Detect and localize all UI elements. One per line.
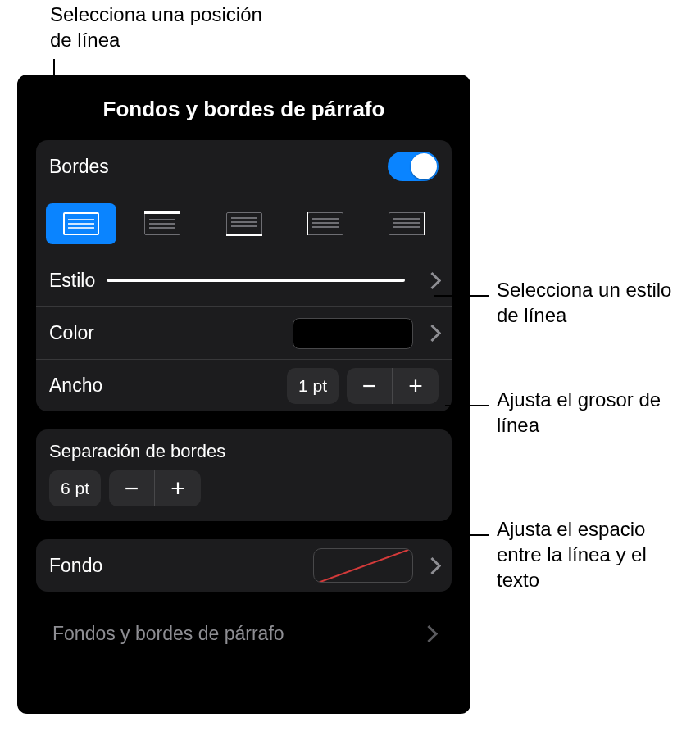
width-increment-button[interactable]: + (393, 368, 439, 404)
leader-width (445, 405, 489, 406)
toggle-knob (411, 153, 437, 179)
border-offset-row: 6 pt − + (36, 462, 452, 521)
borders-section: Bordes (36, 140, 452, 411)
nav-back-label: Fondos y bordes de párrafo (52, 623, 284, 645)
panel-title: Fondos y bordes de párrafo (36, 97, 452, 122)
border-pos-all[interactable] (46, 203, 116, 244)
border-offset-stepper: − + (109, 470, 201, 506)
chevron-right-icon (420, 624, 438, 642)
callout-border-offset: Ajusta el espacio entre la línea y el te… (497, 516, 693, 593)
border-pos-right[interactable] (371, 203, 442, 244)
chevron-right-icon (424, 556, 441, 574)
line-color-row[interactable]: Color (36, 306, 452, 359)
callout-line-position: Selecciona una posición de línea (50, 2, 280, 52)
line-width-value[interactable]: 1 pt (287, 368, 339, 404)
line-style-row[interactable]: Estilo (36, 254, 452, 306)
border-offset-section: Separación de bordes 6 pt − + (36, 429, 452, 521)
fill-none-swatch (313, 548, 413, 583)
border-position-picker (36, 193, 452, 254)
border-pos-bottom[interactable] (209, 203, 280, 244)
line-style-label: Estilo (49, 270, 95, 292)
line-width-row: Ancho 1 pt − + (36, 359, 452, 411)
chevron-right-icon (424, 325, 441, 342)
offset-increment-button[interactable]: + (155, 470, 201, 506)
borders-row: Bordes (36, 140, 452, 193)
border-pos-top[interactable] (127, 203, 198, 244)
border-pos-left[interactable] (290, 203, 361, 244)
fill-label: Fondo (49, 555, 102, 577)
line-width-stepper: − + (347, 368, 439, 404)
line-style-preview (107, 279, 405, 282)
leader-offset (250, 534, 489, 536)
leader-style (434, 295, 489, 297)
width-decrement-button[interactable]: − (347, 368, 393, 404)
stage: Selecciona una posición de línea Fondos … (0, 0, 700, 731)
border-offset-heading: Separación de bordes (36, 429, 452, 462)
callout-line-width: Ajusta el grosor de línea (497, 387, 685, 438)
nav-back-row[interactable]: Fondos y bordes de párrafo (36, 610, 452, 657)
line-color-swatch (293, 318, 413, 349)
fill-row[interactable]: Fondo (36, 539, 452, 592)
line-width-label: Ancho (49, 375, 102, 397)
chevron-right-icon (424, 271, 441, 288)
settings-panel: Fondos y bordes de párrafo Bordes (17, 75, 470, 714)
borders-label: Bordes (49, 156, 109, 178)
fill-section: Fondo (36, 539, 452, 592)
offset-decrement-button[interactable]: − (109, 470, 155, 506)
borders-toggle[interactable] (388, 152, 439, 181)
border-offset-value[interactable]: 6 pt (49, 470, 101, 506)
line-color-label: Color (49, 322, 94, 344)
callout-line-style: Selecciona un estilo de línea (497, 277, 685, 328)
